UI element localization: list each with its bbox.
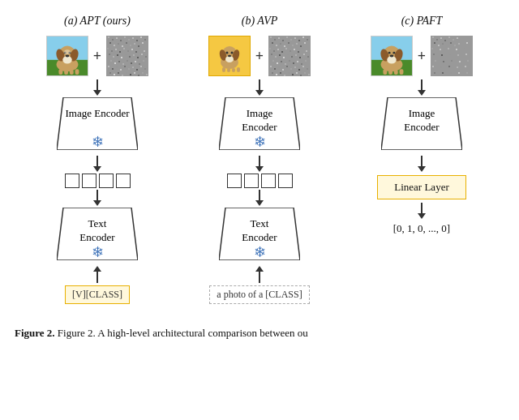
svg-rect-38 — [115, 49, 117, 50]
svg-rect-167 — [308, 74, 310, 75]
svg-point-180 — [389, 55, 393, 58]
svg-rect-41 — [127, 50, 129, 52]
svg-rect-50 — [125, 54, 127, 55]
apt-image-encoder-snowflake: ❄ — [57, 133, 138, 151]
svg-rect-188 — [440, 37, 442, 39]
apt-arrow-up — [93, 266, 101, 284]
apt-arrow-3 — [93, 190, 101, 206]
svg-rect-197 — [454, 45, 456, 46]
svg-rect-130 — [275, 56, 277, 58]
avp-noise-image — [268, 36, 311, 76]
svg-rect-77 — [118, 72, 119, 74]
avp-arrow-2 — [255, 156, 264, 172]
svg-rect-104 — [286, 36, 288, 38]
svg-rect-57 — [114, 62, 116, 64]
svg-rect-105 — [290, 39, 292, 41]
svg-rect-78 — [122, 75, 123, 76]
svg-rect-220 — [434, 72, 435, 74]
svg-rect-63 — [139, 63, 140, 65]
svg-rect-21 — [124, 36, 126, 38]
avp-arrow-3 — [255, 190, 264, 206]
svg-rect-59 — [122, 63, 124, 65]
svg-rect-122 — [281, 51, 283, 53]
svg-rect-75 — [109, 72, 111, 74]
svg-rect-207 — [449, 54, 451, 55]
svg-rect-83 — [142, 72, 144, 74]
svg-rect-218 — [457, 66, 458, 68]
svg-rect-219 — [465, 66, 466, 67]
svg-rect-224 — [466, 72, 468, 74]
svg-rect-184 — [399, 69, 403, 75]
paft-arrow-1 — [418, 79, 426, 96]
svg-rect-209 — [465, 54, 467, 55]
svg-point-10 — [65, 55, 69, 58]
apt-arrow-1 — [93, 79, 101, 96]
avp-token-2 — [244, 174, 259, 188]
svg-rect-79 — [126, 72, 127, 74]
svg-rect-36 — [107, 48, 109, 49]
svg-point-93 — [230, 52, 233, 54]
avp-image-encoder: ImageEncoder ❄ — [219, 97, 300, 154]
svg-rect-201 — [440, 49, 441, 50]
svg-rect-214 — [467, 60, 469, 62]
svg-rect-61 — [131, 62, 132, 64]
svg-rect-101 — [274, 39, 276, 41]
svg-rect-134 — [291, 56, 293, 58]
svg-rect-95 — [222, 67, 225, 72]
svg-rect-12 — [64, 70, 68, 75]
svg-rect-40 — [123, 48, 125, 49]
svg-rect-44 — [139, 48, 141, 49]
svg-rect-205 — [433, 54, 435, 55]
paft-linear-layer: Linear Layer — [377, 175, 466, 199]
svg-rect-213 — [459, 61, 461, 62]
svg-rect-84 — [146, 74, 148, 75]
apt-image-encoder-label: Image Encoder — [57, 107, 138, 121]
svg-rect-202 — [448, 48, 449, 49]
apt-noise-image — [106, 36, 148, 76]
svg-rect-203 — [456, 49, 457, 50]
avp-text-encoder: TextEncoder ❄ — [219, 208, 300, 264]
apt-arrow-2 — [93, 156, 101, 172]
svg-rect-76 — [114, 74, 115, 75]
svg-rect-72 — [136, 69, 138, 71]
svg-rect-206 — [441, 54, 443, 56]
col-apt-title: (a) APT (ours) — [64, 15, 131, 28]
apt-text-encoder: TextEncoder ❄ — [57, 208, 138, 264]
svg-rect-166 — [304, 72, 306, 74]
svg-rect-140 — [277, 62, 278, 64]
svg-rect-131 — [279, 54, 281, 56]
svg-rect-17 — [108, 36, 109, 38]
svg-rect-118 — [304, 42, 306, 44]
svg-rect-14 — [75, 69, 79, 75]
svg-rect-132 — [283, 57, 285, 58]
svg-rect-147 — [305, 60, 307, 62]
svg-rect-136 — [299, 57, 301, 58]
svg-rect-106 — [294, 37, 296, 39]
svg-rect-111 — [276, 45, 277, 46]
apt-tokens — [65, 174, 131, 188]
paft-image-encoder-label: ImageEncoder — [381, 107, 462, 135]
svg-rect-185 — [431, 36, 473, 76]
svg-rect-96 — [227, 68, 230, 72]
column-avp: (b) AVP — [189, 15, 331, 304]
svg-rect-143 — [289, 60, 290, 62]
svg-rect-47 — [113, 56, 114, 58]
svg-rect-107 — [298, 40, 300, 41]
svg-rect-28 — [114, 45, 115, 46]
paft-noise-image — [431, 36, 473, 76]
svg-rect-11 — [58, 69, 62, 75]
svg-rect-182 — [388, 70, 392, 75]
svg-rect-222 — [450, 72, 452, 74]
svg-rect-45 — [144, 50, 145, 52]
svg-rect-165 — [300, 75, 302, 76]
svg-rect-146 — [301, 63, 302, 65]
svg-rect-164 — [296, 72, 298, 74]
svg-rect-102 — [278, 37, 280, 39]
svg-rect-211 — [443, 61, 444, 62]
svg-rect-127 — [302, 48, 303, 49]
svg-rect-33 — [134, 43, 135, 45]
svg-rect-161 — [284, 75, 285, 76]
svg-rect-62 — [135, 61, 136, 62]
svg-rect-49 — [121, 57, 122, 58]
diagram-area: (a) APT (ours) — [0, 15, 519, 319]
